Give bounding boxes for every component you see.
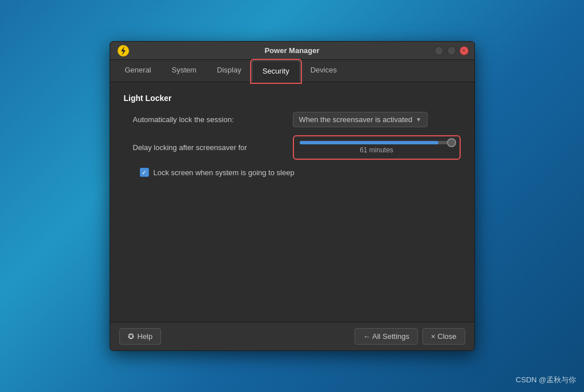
slider-track (300, 141, 454, 144)
watermark: CSDN @孟秋与你 (515, 375, 576, 385)
close-button[interactable]: × Close (422, 328, 465, 345)
checkbox-check-icon: ✓ (142, 169, 147, 176)
auto-lock-value: When the screensaver is activated (299, 115, 413, 124)
auto-lock-row: Automatically lock the session: When the… (124, 112, 461, 127)
tab-bar: General System Display Security Devices (110, 60, 474, 82)
help-button[interactable]: ✪ Help (119, 328, 162, 345)
auto-lock-dropdown[interactable]: When the screensaver is activated ▼ (293, 112, 428, 127)
slider-value: 61 minutes (300, 146, 454, 154)
app-icon (117, 45, 130, 57)
lock-sleep-label: Lock screen when system is going to slee… (154, 168, 295, 177)
power-manager-window: Power Manager × General System Display S… (110, 41, 475, 351)
auto-lock-label: Automatically lock the session: (133, 115, 293, 124)
tab-display[interactable]: Display (207, 60, 252, 82)
slider-thumb[interactable] (447, 138, 456, 147)
tab-system[interactable]: System (162, 60, 207, 82)
tab-general[interactable]: General (115, 60, 162, 82)
tab-devices[interactable]: Devices (300, 60, 347, 82)
titlebar: Power Manager × (110, 42, 474, 60)
content-area: Light Locker Automatically lock the sess… (110, 82, 474, 322)
delay-lock-row: Delay locking after screensaver for 61 m… (124, 135, 461, 160)
tab-security[interactable]: Security (252, 60, 300, 82)
maximize-button[interactable] (447, 46, 456, 55)
section-title: Light Locker (124, 94, 461, 103)
slider-fill (300, 141, 438, 144)
footer: ✪ Help ← All Settings × Close (110, 322, 474, 350)
dropdown-arrow-icon: ▼ (416, 116, 421, 123)
lock-sleep-checkbox[interactable]: ✓ (140, 168, 149, 177)
help-icon: ✪ (128, 332, 134, 341)
window-controls: × (434, 46, 469, 55)
all-settings-button[interactable]: ← All Settings (355, 328, 418, 345)
minimize-button[interactable] (434, 46, 444, 55)
window-title: Power Manager (264, 46, 319, 55)
delay-lock-label: Delay locking after screensaver for (133, 143, 293, 152)
lock-sleep-row: ✓ Lock screen when system is going to sl… (124, 168, 461, 177)
close-window-button[interactable]: × (460, 46, 469, 55)
footer-right-buttons: ← All Settings × Close (355, 328, 465, 345)
delay-slider-container: 61 minutes (293, 135, 461, 160)
